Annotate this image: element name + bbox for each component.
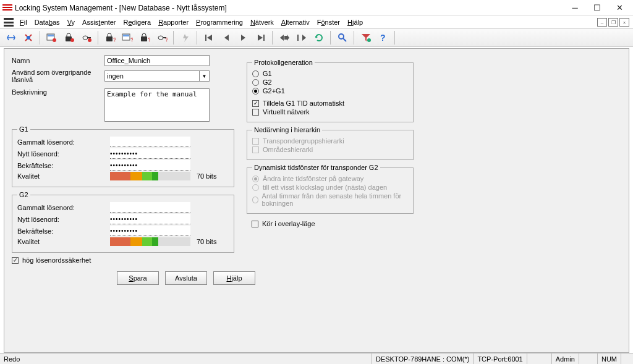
svg-point-3 [53,38,56,42]
g1-quality-label: Kvalitet [17,172,110,180]
tgh-checkbox [252,138,259,145]
menu-fonster[interactable]: Fönster [317,19,340,26]
nav-next-icon[interactable] [236,30,252,45]
menu-app-icon [4,18,14,27]
g1-old-input[interactable] [110,137,190,147]
menu-vy[interactable]: Vy [67,19,75,26]
description-input[interactable] [104,88,210,122]
tool-icon-8[interactable]: ? [137,30,153,45]
overlay-checkbox[interactable] [252,221,258,227]
virtual-net-checkbox[interactable] [252,109,259,116]
nav-prev-icon[interactable] [218,30,234,45]
svg-point-16 [158,36,163,40]
g2-confirm-label: Bekräftelse: [17,227,110,235]
nav-skip-next-icon[interactable] [294,30,310,45]
high-security-checkbox[interactable]: ✓ [12,257,19,264]
menu-assistenter[interactable]: Assistenter [82,19,116,26]
maximize-button[interactable]: ☐ [586,1,608,15]
chevron-down-icon: ▼ [199,71,209,81]
search-icon[interactable] [334,30,350,45]
auto-tid-label: Tilldela G1 TID automatiskt [263,99,344,107]
tool-icon-9[interactable]: ? [154,30,170,45]
svg-point-8 [88,38,91,42]
menu-natverk[interactable]: Nätverk [250,19,274,26]
level-label: Använd som övergripande låsnivå [12,69,104,83]
g1-fieldset: G1 Gammalt lösenord: Nytt lösenord: Bekr… [12,125,234,187]
nav-skip-prev-icon[interactable] [276,30,292,45]
oh-label: Områdeshierarki [263,146,313,153]
inheritance-legend: Nedärvning i hierarkin [252,126,322,133]
svg-rect-9 [106,36,113,41]
status-grip [621,353,633,364]
g1-confirm-input[interactable] [110,160,190,171]
filter-icon[interactable] [358,30,374,45]
tool-icon-1[interactable] [3,30,19,45]
exit-button[interactable]: Avsluta [165,271,207,285]
g2-legend: G2 [17,191,30,198]
minimize-button[interactable]: ─ [564,1,586,15]
menu-fil[interactable]: Fil [20,19,27,26]
g1-legend: G1 [17,125,30,133]
g1-new-label: Nytt lösenord: [17,150,110,158]
svg-point-6 [83,36,88,40]
menubar: Fil Databas Vy Assistenter Redigera Rapp… [0,16,633,28]
mdi-close[interactable]: × [619,18,629,27]
menu-redigera[interactable]: Redigera [123,19,151,26]
g2-old-input[interactable] [110,202,190,213]
svg-text:?: ? [165,36,168,43]
menu-databas[interactable]: Databas [35,19,60,26]
svg-text:?: ? [380,33,386,43]
svg-rect-12 [123,35,129,36]
save-button[interactable]: Spara [117,271,159,285]
dyn1-label: Ändra inte tidsfönster på gateway [263,175,363,182]
status-num: NUM [597,353,621,364]
oh-checkbox [252,146,259,153]
refresh-icon[interactable] [311,30,327,45]
tool-icon-7[interactable]: ? [119,30,135,45]
g2-quality-label: Kvalitet [17,238,110,245]
mdi-restore[interactable]: ❐ [608,18,618,27]
svg-text:?: ? [148,36,150,43]
name-input[interactable] [104,55,210,66]
svg-text:?: ? [130,36,133,43]
tool-icon-5[interactable] [79,30,95,45]
g2-confirm-input[interactable] [110,226,190,236]
main-panel: Namn Använd som övergripande låsnivå ing… [4,48,629,353]
tgh-label: Transpondergruppshierarki [263,137,344,145]
svg-point-22 [339,34,344,39]
menu-programmering[interactable]: Programmering [196,19,243,26]
status-blank1 [527,353,551,364]
radio-g2g1[interactable] [252,88,259,95]
g1-new-input[interactable] [110,148,190,159]
help-icon[interactable]: ? [375,30,391,45]
menu-rapporter[interactable]: Rapporter [158,19,189,26]
svg-rect-7 [87,37,91,38]
radio-g1[interactable] [252,70,259,77]
auto-tid-checkbox[interactable]: ✓ [252,100,259,107]
tool-flash-icon[interactable] [177,30,193,45]
nav-last-icon[interactable] [253,30,269,45]
tool-icon-2[interactable] [20,30,36,45]
protocol-fieldset: Protokollgeneration G1 G2 G2+G1 ✓Tilldel… [247,59,414,122]
help-button[interactable]: Hjälp [213,271,255,285]
level-dropdown[interactable]: ingen ▼ [104,70,210,82]
mdi-minimize[interactable]: – [597,18,607,27]
close-button[interactable]: ✕ [608,1,631,15]
tool-icon-4[interactable] [61,30,77,45]
dyn-radio-1 [252,176,259,182]
nav-first-icon[interactable] [201,30,217,45]
svg-text:?: ? [113,36,116,43]
menu-alternativ[interactable]: Alternativ [281,19,310,26]
radio-g2-label: G2 [263,78,272,86]
menu-hjalp[interactable]: Hjälp [347,19,363,26]
radio-g2[interactable] [252,79,259,86]
tool-icon-6[interactable]: ? [102,30,118,45]
tool-icon-3[interactable] [44,30,60,45]
svg-rect-20 [263,35,265,41]
g1-quality-bar [110,172,190,180]
dyn-radio-3 [252,197,258,203]
g2-new-input[interactable] [110,214,190,224]
dynamic-legend: Dynamiskt tidsfönster för transponder G2 [252,164,380,171]
virtual-net-label: Virtuellt nätverk [263,108,310,116]
app-icon [2,4,12,12]
